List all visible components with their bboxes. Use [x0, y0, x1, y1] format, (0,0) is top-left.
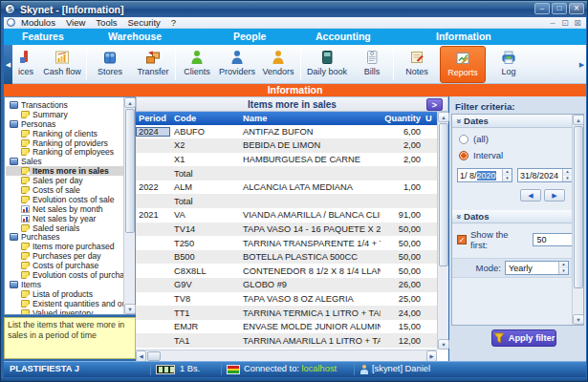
column-header-code[interactable]: Code — [170, 114, 241, 123]
table-row[interactable]: TV14TAPA VASO 14 - 16 PAQUETE X 2550,00 — [136, 223, 437, 237]
toolbar-scroll-right-icon[interactable] — [577, 45, 586, 84]
category-features[interactable]: Features — [22, 31, 64, 42]
toolbar-button-reports[interactable]: Reports — [440, 46, 486, 83]
tree-item-existent-quantities[interactable]: Existent quantities and on risk — [6, 299, 123, 308]
toolbar-button-providers[interactable]: Providers — [217, 46, 257, 83]
menu-item-view[interactable]: View — [66, 17, 85, 28]
toolbar-button-transfer[interactable]: Transfer — [132, 46, 174, 83]
table-row[interactable]: TA1TARRINA AMARILLA 1 LITRO + TAPA12,00 — [136, 333, 437, 348]
tree-item-ranking-of-providers[interactable]: Ranking of providers — [6, 138, 123, 148]
datos-section-header[interactable]: Datos — [452, 210, 573, 223]
toolbar-button-vendors[interactable]: Vendors — [258, 46, 298, 83]
scroll-down-icon[interactable] — [124, 304, 136, 314]
category-accounting[interactable]: Accounting — [316, 31, 371, 42]
tree-item-lista-of-products[interactable]: Lista of products — [6, 289, 123, 299]
filter-scrollbar-thumb[interactable] — [574, 126, 583, 288]
tree-item-net-sales-by-year[interactable]: Net sales by year — [6, 214, 123, 223]
menu-item-tools[interactable]: Tools — [96, 17, 117, 28]
table-horizontal-scrollbar[interactable] — [136, 350, 437, 361]
tree-item-items-more-in-sales[interactable]: Items more in sales — [6, 166, 123, 176]
date-from-spinner[interactable]: ▲▼ — [502, 169, 512, 181]
tree-item-sales-per-day[interactable]: Sales per day — [6, 176, 123, 185]
tree-item-ranking-of-clients[interactable]: Ranking of clients — [6, 129, 123, 138]
column-header-quantity[interactable]: Quantity — [381, 114, 425, 123]
table-row[interactable]: 2022ALMALCANCIA LATA MEDIANA1,00 — [136, 180, 437, 195]
menu-item-help[interactable]: ? — [171, 17, 176, 28]
tree-item-ranking-of-employees[interactable]: Ranking of employees — [6, 147, 123, 157]
toolbar-button-prices[interactable]: ices — [13, 46, 38, 83]
tree-scrollbar-thumb[interactable] — [125, 109, 135, 233]
date-to-field[interactable]: 31/8/2024 ▲▼ — [517, 168, 573, 182]
interval-next-button[interactable] — [544, 189, 565, 202]
interval-previous-button[interactable] — [520, 189, 541, 202]
mdi-close-button[interactable] — [573, 18, 582, 28]
column-header-name[interactable]: Name — [241, 114, 381, 123]
table-row[interactable]: EMJRENVASE MOLDE JUNIOR ALUMINIO15,00 — [136, 320, 437, 334]
table-row[interactable]: 2024ABUFOANTIFAZ BUFON6,00 — [136, 125, 437, 139]
date-to-spinner[interactable]: ▲▼ — [562, 169, 572, 181]
maximize-button[interactable] — [552, 3, 567, 14]
tree-item-costs-of-sale[interactable]: Costs of sale — [6, 185, 123, 195]
scroll-down-icon[interactable] — [438, 339, 449, 350]
toolbar-button-notes[interactable]: Notes — [396, 46, 438, 83]
tree-item-items-more-purchased[interactable]: Items more purchased — [6, 242, 123, 251]
menu-item-modulos[interactable]: Modulos — [21, 17, 55, 28]
column-header-period[interactable]: Period — [136, 114, 170, 123]
table-row[interactable]: C8X8LLCONTENEDOR 8 1/2 X 8 1/4 LLANO50,0… — [136, 264, 437, 278]
toolbar-button-clients[interactable]: Clients — [178, 46, 216, 83]
tree-item-transactions[interactable]: Transactions — [6, 100, 123, 110]
toolbar-button-log[interactable]: Log — [488, 46, 530, 83]
filter-scrollbar[interactable] — [572, 115, 583, 325]
date-option-interval[interactable]: Interval — [459, 150, 573, 160]
close-button[interactable] — [569, 3, 584, 14]
tree-item-sales[interactable]: Sales — [6, 157, 123, 166]
scroll-up-icon[interactable] — [573, 115, 584, 125]
minimize-button[interactable] — [534, 3, 550, 14]
tree-item-items[interactable]: Items — [6, 280, 123, 289]
toolbar-button-daily-book[interactable]: Daily book — [303, 46, 351, 83]
table-row[interactable]: T250TARRINA TRANSPARENTE 1/4 + TAPA50,00 — [136, 236, 437, 250]
tree-item-personas[interactable]: Personas — [6, 119, 123, 129]
scroll-up-icon[interactable] — [124, 97, 136, 108]
table-row[interactable]: TT1TARRINA TERMICA 1 LITRO + TAPA24,00 — [136, 306, 437, 320]
tree-item-valued-inventory[interactable]: Valued inventory — [6, 308, 123, 314]
tree-item-saled-serials[interactable]: Saled serials — [6, 223, 123, 233]
category-warehouse[interactable]: Warehouse — [108, 31, 162, 42]
table-row-total[interactable]: Total — [136, 194, 437, 208]
table-row[interactable]: X2BEBIDA DE LIMON2,00 — [136, 138, 437, 153]
toolbar-button-bills[interactable]: Bills — [352, 46, 392, 83]
category-people[interactable]: People — [233, 31, 266, 42]
tree-item-costs-of-purchase[interactable]: Costs of purchase — [6, 261, 123, 270]
tree-item-net-sales-by-month[interactable]: Net sales by month — [6, 204, 123, 214]
table-row[interactable]: G9VGLOBO #926,00 — [136, 278, 437, 292]
column-header-u[interactable]: U — [425, 114, 437, 123]
tree-item-purchases-per-day[interactable]: Purchases per day — [6, 251, 123, 261]
menu-item-security[interactable]: Security — [128, 17, 161, 28]
scroll-down-icon[interactable] — [573, 314, 584, 325]
table-row[interactable]: TV8TAPA VASO 8 OZ ALEGRIA25,00 — [136, 292, 437, 307]
table-scrollbar-thumb[interactable] — [439, 123, 448, 266]
radio-all[interactable] — [459, 135, 468, 144]
show-first-checkbox[interactable] — [457, 235, 467, 244]
tree-item-summary[interactable]: Summary — [6, 110, 123, 119]
date-option-all[interactable]: (all) — [459, 134, 573, 144]
tree-scrollbar[interactable] — [123, 97, 135, 314]
tree-item-purchases[interactable]: Purchases — [6, 232, 123, 242]
scroll-up-icon[interactable] — [438, 112, 449, 122]
mdi-minimize-button[interactable] — [548, 18, 557, 28]
table-vertical-scrollbar[interactable] — [437, 112, 448, 350]
radio-interval[interactable] — [459, 151, 468, 160]
show-first-input[interactable]: 50 — [533, 233, 573, 246]
tree-item-evolution-costs-of-sale[interactable]: Evolution costs of sale — [6, 195, 123, 204]
category-information[interactable]: Information — [436, 31, 491, 42]
toolbar-button-stores[interactable]: Stores — [89, 46, 131, 83]
table-row[interactable]: X1HAMBURGUESA DE CARNE2,00 — [136, 153, 437, 167]
tree-item-evolution-costs-of-purchase[interactable]: Evolution costs of purchase — [6, 270, 123, 280]
table-row[interactable]: 2021VAVIANDA AMARILLA / BLANCA CLIP 700C… — [136, 208, 437, 223]
date-from-field[interactable]: 1/ 8/2020 ▲▼ — [457, 168, 512, 182]
table-row-total[interactable]: Total — [136, 166, 437, 180]
mdi-restore-button[interactable] — [560, 18, 570, 28]
mode-select[interactable]: Yearly ▲▼ — [505, 261, 569, 275]
toolbar-scroll-left-icon[interactable] — [4, 45, 12, 84]
table-hscrollbar-thumb[interactable] — [147, 351, 161, 361]
